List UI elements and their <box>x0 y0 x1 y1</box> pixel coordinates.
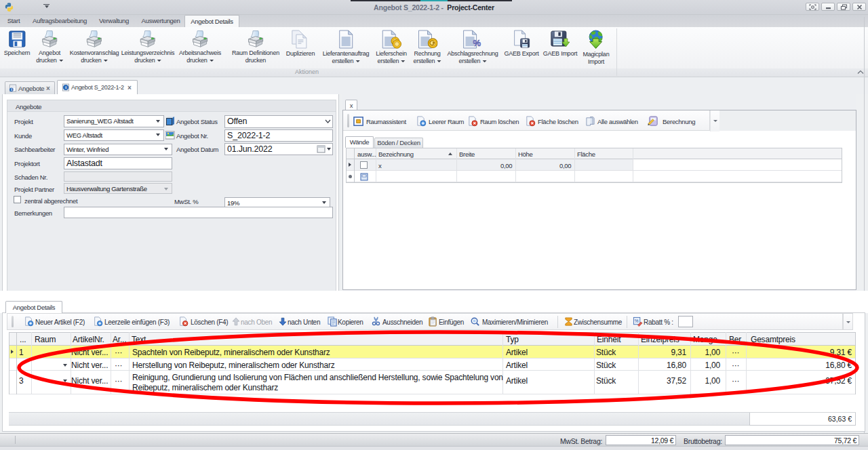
svg-text:%: % <box>635 319 639 323</box>
svg-text:%: % <box>473 38 481 48</box>
